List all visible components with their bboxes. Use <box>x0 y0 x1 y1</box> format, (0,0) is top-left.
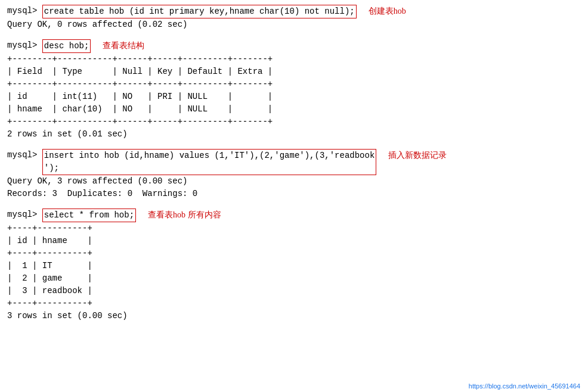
desc-result-6: 2 rows in set (0.01 sec) <box>7 128 578 141</box>
desc-result-3: | id | int(11) | NO | PRI | NULL | | <box>7 91 578 103</box>
insert-line1: insert into hob (id,hname) values (1,'IT… <box>44 151 375 160</box>
desc-result-1: | Field | Type | Null | Key | Default | … <box>7 66 578 78</box>
select-result-5: | 3 | readbook | <box>7 285 578 297</box>
insert-result-0: Query OK, 3 rows affected (0.00 sec) <box>7 175 578 188</box>
create-table-sql: create table hob (id int primary key,hna… <box>42 5 357 18</box>
prompt-4: mysql> <box>7 209 42 221</box>
insert-annotation: 插入新数据记录 <box>388 149 447 161</box>
desc-annotation: 查看表结构 <box>103 39 144 52</box>
select-result-7: 3 rows in set (0.00 sec) <box>7 310 578 322</box>
select-result-1: | id | hname | <box>7 235 578 247</box>
desc-result-5: +--------+-----------+------+-----+-----… <box>7 116 578 128</box>
select-command-line: mysql> select * from hob;查看表hob 所有内容 <box>7 209 578 222</box>
create-table-section: mysql> create table hob (id int primary … <box>7 5 578 31</box>
desc-result-4: | hname | char(10) | NO | | NULL | | <box>7 103 578 116</box>
desc-table-section: mysql> desc hob;查看表结构 +--------+--------… <box>7 39 578 141</box>
desc-command-line: mysql> desc hob;查看表结构 <box>7 39 578 53</box>
desc-result-2: +--------+-----------+------+-----+-----… <box>7 78 578 91</box>
desc-sql: desc hob; <box>42 39 91 53</box>
select-annotation: 查看表hob 所有内容 <box>148 209 221 221</box>
insert-command-line1: mysql> insert into hob (id,hname) values… <box>7 149 578 175</box>
select-result-2: +----+----------+ <box>7 247 578 260</box>
insert-sql-box: insert into hob (id,hname) values (1,'IT… <box>42 149 377 175</box>
create-table-command-line: mysql> create table hob (id int primary … <box>7 5 578 18</box>
select-result-4: | 2 | game | <box>7 272 578 285</box>
prompt-3: mysql> <box>7 149 42 161</box>
prompt-2: mysql> <box>7 39 42 52</box>
select-section: mysql> select * from hob;查看表hob 所有内容 +--… <box>7 209 578 322</box>
select-result-3: | 1 | IT | <box>7 260 578 272</box>
prompt-1: mysql> <box>7 5 42 17</box>
desc-result-0: +--------+-----------+------+-----+-----… <box>7 53 578 66</box>
create-table-annotation: 创建表hob <box>369 5 406 17</box>
select-sql: select * from hob; <box>42 209 136 222</box>
create-table-result: Query OK, 0 rows affected (0.02 sec) <box>7 18 578 31</box>
select-result-6: +----+----------+ <box>7 297 578 310</box>
insert-result-1: Records: 3 Duplicates: 0 Warnings: 0 <box>7 188 578 200</box>
insert-section: mysql> insert into hob (id,hname) values… <box>7 149 578 200</box>
watermark: https://blog.csdn.net/weixin_45691464 <box>469 382 580 390</box>
insert-line2: '); <box>44 163 59 173</box>
select-result-0: +----+----------+ <box>7 222 578 235</box>
terminal: mysql> create table hob (id int primary … <box>7 5 578 322</box>
